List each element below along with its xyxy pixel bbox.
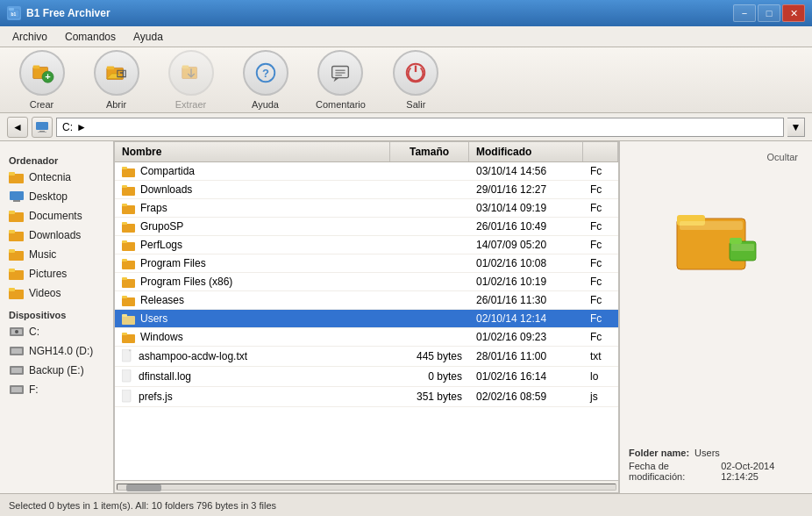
svg-rect-43 <box>11 387 22 392</box>
sidebar-item-documents[interactable]: Documents <box>4 206 110 226</box>
table-row[interactable]: ashampoo-acdw-log.txt 445 bytes 28/01/16… <box>115 347 618 367</box>
sidebar-item-downloads[interactable]: Downloads <box>4 226 110 245</box>
sidebar-item-f[interactable]: F: <box>4 380 110 399</box>
sidebar-item-pictures[interactable]: Pictures <box>4 264 110 283</box>
sidebar-item-music[interactable]: Music <box>4 245 110 264</box>
menu-ayuda[interactable]: Ayuda <box>125 29 172 45</box>
table-row[interactable]: Program Files (x86) 01/02/16 10:19 Fc <box>115 273 618 291</box>
svg-rect-56 <box>122 279 135 288</box>
table-row[interactable]: dfinstall.log 0 bytes 01/02/16 16:14 lo <box>115 367 618 387</box>
drive-c-icon <box>9 324 25 340</box>
computer-icon-btn[interactable] <box>32 117 53 138</box>
sidebar-item-videos[interactable]: Videos <box>4 283 110 303</box>
svg-rect-18 <box>36 122 48 130</box>
drive-e-icon <box>9 362 25 378</box>
svg-rect-4 <box>32 66 39 69</box>
svg-rect-39 <box>11 348 22 354</box>
folder-name-value: Users <box>694 448 720 458</box>
sidebar-item-c[interactable]: C: <box>4 322 110 341</box>
svg-rect-48 <box>122 205 135 214</box>
table-row[interactable]: Program Files 01/02/16 10:08 Fc <box>115 254 618 273</box>
path-text: C: <box>62 121 73 133</box>
minimize-button[interactable]: − <box>733 4 756 22</box>
modified-date: 02-Oct-2014 12:14:25 <box>721 461 803 482</box>
abrir-button[interactable]: Abrir <box>92 50 140 110</box>
status-bar: Selected 0 bytes in 1 item(s). All: 10 f… <box>0 493 812 516</box>
sidebar-item-d[interactable]: NGH14.0 (D:) <box>4 341 110 361</box>
table-row[interactable]: GrupoSP 26/01/16 10:49 Fc <box>115 218 618 236</box>
title-bar: b1 B1 Free Archiver − □ ✕ <box>0 0 812 26</box>
comentario-label: Comentario <box>316 99 366 110</box>
sidebar-item-desktop[interactable]: Desktop <box>4 187 110 206</box>
menu-comandos[interactable]: Comandos <box>56 29 125 45</box>
table-row[interactable]: Releases 26/01/16 11:30 Fc <box>115 291 618 310</box>
svg-rect-46 <box>122 187 135 196</box>
table-row[interactable]: Windows 01/02/16 09:23 Fc <box>115 328 618 347</box>
file-panel: Nombre Tamaño Modificado Compartida 03/1… <box>114 141 619 493</box>
large-folder-icon <box>673 199 760 278</box>
header-type <box>583 142 618 161</box>
svg-rect-1 <box>9 8 14 11</box>
path-display[interactable]: C: ► <box>56 118 784 137</box>
svg-rect-44 <box>122 168 135 177</box>
header-modificado[interactable]: Modificado <box>469 142 583 161</box>
sidebar-item-e[interactable]: Backup (E:) <box>4 361 110 380</box>
folder-icon <box>122 295 136 306</box>
svg-rect-8 <box>106 67 113 70</box>
sidebar-section-ordenador: Ordenador <box>4 152 110 168</box>
sidebar: Ordenador Ontecnia Desktop Documents Dow… <box>0 141 114 493</box>
preview-info: Folder name: Users Fecha de modificación… <box>629 448 803 484</box>
comentario-icon <box>317 50 363 96</box>
app-icon: b1 <box>7 6 21 20</box>
table-row[interactable]: prefs.js 351 bytes 02/02/16 08:59 js <box>115 387 618 407</box>
folder-icon <box>122 166 136 177</box>
crear-button[interactable]: + Crear <box>18 50 66 110</box>
folder-icon <box>9 208 25 224</box>
svg-rect-52 <box>122 242 135 251</box>
svg-rect-51 <box>122 222 127 225</box>
folder-icon <box>122 332 136 343</box>
sidebar-label-e: Backup (E:) <box>29 364 84 376</box>
svg-rect-65 <box>122 369 131 382</box>
header-nombre[interactable]: Nombre <box>115 142 390 161</box>
extraer-button[interactable]: Extraer <box>167 50 215 110</box>
menu-archivo[interactable]: Archivo <box>4 29 56 45</box>
svg-rect-53 <box>122 240 127 243</box>
ayuda-label: Ayuda <box>252 99 279 110</box>
table-row-selected[interactable]: Users 02/10/14 12:14 Fc <box>115 310 618 328</box>
sidebar-item-ontecnia[interactable]: Ontecnia <box>4 168 110 187</box>
desktop-icon <box>9 189 25 204</box>
hide-button[interactable]: Ocultar <box>762 150 803 164</box>
salir-button[interactable]: Salir <box>392 50 440 110</box>
back-button[interactable]: ◄ <box>7 117 28 138</box>
svg-point-37 <box>15 330 18 333</box>
table-row[interactable]: Compartida 03/10/14 14:56 Fc <box>115 162 618 181</box>
ayuda-button[interactable]: ? Ayuda <box>241 50 289 110</box>
file-icon <box>122 390 134 404</box>
svg-rect-62 <box>122 334 135 343</box>
svg-rect-20 <box>38 132 46 133</box>
svg-rect-28 <box>9 230 15 233</box>
folder-icon <box>122 240 136 251</box>
comentario-button[interactable]: Comentario <box>316 50 366 110</box>
svg-rect-47 <box>122 185 127 188</box>
table-row[interactable]: Fraps 03/10/14 09:19 Fc <box>115 199 618 218</box>
close-button[interactable]: ✕ <box>782 4 805 22</box>
file-list: Compartida 03/10/14 14:56 Fc Downloads 2… <box>115 162 618 480</box>
svg-rect-61 <box>122 314 127 317</box>
maximize-button[interactable]: □ <box>758 4 780 22</box>
svg-text:b1: b1 <box>11 11 17 17</box>
extraer-label: Extraer <box>175 99 206 110</box>
table-row[interactable]: Downloads 29/01/16 12:27 Fc <box>115 181 618 199</box>
svg-rect-9 <box>182 67 196 78</box>
sidebar-section-dispositivos: Dispositivos <box>4 306 110 322</box>
preview-panel: Ocultar Folder name: Users Fecha de mo <box>619 141 812 493</box>
folder-icon <box>122 221 136 233</box>
abrir-label: Abrir <box>106 99 126 110</box>
header-tamano[interactable]: Tamaño <box>390 142 469 161</box>
table-row[interactable]: PerfLogs 14/07/09 05:20 Fc <box>115 236 618 254</box>
horizontal-scrollbar[interactable] <box>115 480 618 492</box>
scroll-thumb[interactable] <box>126 484 161 491</box>
path-dropdown[interactable]: ▼ <box>787 118 805 137</box>
svg-rect-50 <box>122 224 135 233</box>
